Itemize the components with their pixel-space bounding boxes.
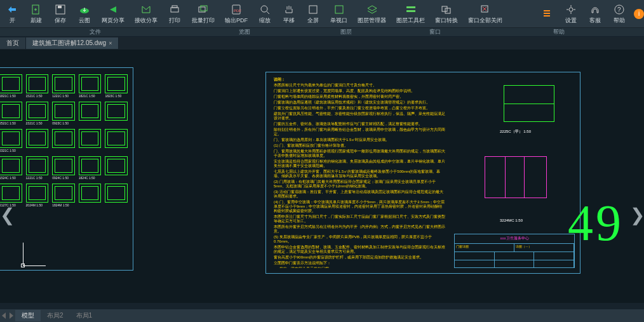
service-button[interactable]: 客服: [583, 0, 607, 27]
sheet-window-schedule: 1821C 1:501521C 1:501221C 1:501821C 1:50…: [0, 67, 133, 271]
note-line: (1) 门、窗玻璃面积应按门窗分格计算取值。: [274, 144, 445, 148]
receive-button[interactable]: 接收分享: [130, 0, 163, 27]
open-button[interactable]: 开: [0, 0, 24, 27]
detail-b-label: 3224MC 1:50: [500, 218, 523, 222]
next-arrow-icon[interactable]: ❯: [630, 202, 644, 227]
note-line: (2) 门用玻璃：有框玻璃门其最大许用面积应符合国家规定；玻璃门应采用安全玻璃且…: [274, 180, 445, 189]
detail-3224mc: 3224MC 1:50: [466, 150, 561, 218]
window-thumb: 1823C 1:50: [105, 74, 128, 98]
window-thumb: 1824M 1:50: [52, 184, 75, 207]
sheet-detail: 说明：本图所标注尺寸均为毫米为单位的门窗洞口尺寸及分格尺寸。门窗洞口上部通长设置…: [265, 72, 580, 274]
slide-number: 49: [568, 194, 624, 252]
note-line: 本图所标注尺寸均为毫米为单位的门窗洞口尺寸及分格尺寸。: [274, 83, 445, 88]
window-thumb: 1221C 1:50: [52, 74, 75, 98]
document-tabs: 首页 建筑施工图讲解12.05.dwg ×: [0, 37, 644, 50]
tab-prev-icon[interactable]: [2, 312, 6, 319]
title-project: xxx卫生服务中心: [455, 234, 574, 243]
new-button[interactable]: 新建: [24, 0, 48, 27]
note-line: 立面图中门窗表示方法说明如下：: [274, 261, 445, 265]
hand-icon: [283, 3, 295, 16]
pan-button[interactable]: 平移: [277, 0, 301, 27]
window-thumb: 2521C 1:50: [0, 102, 22, 125]
service-label: 客服: [589, 17, 601, 25]
save-button[interactable]: 保存: [48, 0, 72, 27]
tab-layout1[interactable]: 布局1: [70, 310, 99, 321]
batch-label: 批量打印: [192, 17, 215, 25]
svg-rect-12: [335, 6, 343, 13]
batch-icon: [197, 3, 210, 16]
note-line: (4) 门、窗用中空玻璃：中空玻璃其单片玻璃厚度不小于5mm，两片玻璃厚度差不大…: [274, 200, 445, 213]
window-thumb: [105, 129, 128, 152]
help-button[interactable]: ?帮助: [607, 0, 631, 27]
print-button[interactable]: 打印: [163, 0, 187, 27]
drawing-canvas[interactable]: 1821C 1:501521C 1:501221C 1:501821C 1:50…: [0, 50, 644, 304]
title-block: xxx卫生服务中心 门窗详图详图（一）: [454, 234, 575, 268]
group-图层: 图层: [299, 28, 394, 36]
note-line: 除特别注明者外，所有外门窗均采用断热铝合金型材，玻璃采用中空玻璃，颜色由甲方与设…: [274, 128, 445, 137]
cloud-icon: [78, 3, 91, 16]
tab-home[interactable]: 首页: [0, 37, 26, 49]
pdf-button[interactable]: PDF输出PDF: [220, 0, 253, 27]
tab-layout2[interactable]: 布局2: [41, 310, 70, 321]
help-label: 帮助: [614, 17, 625, 25]
note-line: 门、窗用玻璃其最大许用面积参照现行国家规范中一般部位用玻璃最大许用面积的规定，当…: [274, 149, 445, 158]
tab-model[interactable]: 模型: [15, 310, 41, 321]
note-line: 门、窗玻璃的选用原则：单块玻璃面积大于1.5㎡时应采用安全玻璃。: [274, 138, 445, 142]
viewport-button[interactable]: 单视口: [325, 0, 352, 27]
pan-label: 平移: [283, 17, 295, 25]
share-button[interactable]: 网页分享: [97, 0, 130, 27]
close-icon[interactable]: ×: [109, 40, 112, 46]
window-thumb: 2321C 1:50: [26, 102, 49, 125]
layertool-icon: [405, 3, 417, 16]
search-icon: [258, 3, 271, 16]
printer-icon: [168, 3, 181, 16]
note-line: 本图所有外窗开启方式除另有注明者外均为内平开（内开内倒）方式，内窗开启方式见各门…: [274, 225, 445, 234]
layout-tabs: 模型 布局2 布局1: [0, 309, 644, 322]
closeall-label: 窗口全部关闭: [468, 17, 502, 25]
zoom-button[interactable]: 缩放: [253, 0, 277, 27]
prev-arrow-icon[interactable]: ❮: [0, 202, 14, 227]
notes-heading: 说明：: [274, 77, 445, 82]
window-thumb: [26, 129, 49, 152]
winsw-button[interactable]: 窗口转换: [430, 0, 463, 27]
tab-home-label: 首页: [6, 39, 19, 48]
group-览图: 览图: [191, 28, 299, 36]
winsw-label: 窗口转换: [435, 17, 458, 25]
svg-rect-14: [406, 10, 415, 12]
svg-point-10: [261, 6, 267, 12]
full-label: 全屏: [307, 17, 319, 25]
help-icon: ?: [613, 3, 626, 16]
svg-point-18: [569, 8, 573, 11]
note-line: (3) 活动门窗扇玻璃：推拉窗、平开窗、上悬窗等活动扇玻璃及固定玻璃面积均应符合…: [274, 190, 445, 199]
note-line: 本图中铝合金窗选用的型材、玻璃、五金配件、密封材料及加工制作安装等均应符合国家现…: [274, 245, 445, 254]
note-line: 门窗立樘位置除另有注明者外，平开门窗及推拉门窗立樘居墙中布置，凸窗立樘外平齐布置…: [274, 106, 445, 111]
list-icon: [540, 7, 553, 20]
note-line: 建筑外门窗抗风压性能、气密性能、水密性能分级按国家现行标准执行，保温、隔声、采光…: [274, 112, 445, 121]
windows-icon: [440, 3, 453, 16]
cloud-button[interactable]: 云图: [72, 0, 97, 27]
title-sheet: 详图（一）: [514, 244, 574, 252]
new-label: 新建: [30, 17, 42, 25]
note-line: a、推拉：双向箭头表示推拉门窗。: [274, 267, 445, 268]
layertool-label: 图层工具栏: [396, 17, 425, 25]
main-toolbar: 开新建保存云图网页分享接收分享打印批量打印PDF输出PDF缩放平移全屏单视口图层…: [0, 0, 644, 28]
settings-button[interactable]: 设置: [559, 0, 583, 27]
window-thumb: [79, 184, 102, 207]
closeall-button[interactable]: 窗口全部关闭: [463, 0, 507, 27]
layertool-button[interactable]: 图层工具栏: [391, 0, 430, 27]
print-label: 打印: [169, 17, 180, 25]
info-badge[interactable]: i: [634, 9, 644, 19]
share-label: 网页分享: [102, 17, 124, 25]
full-icon: [307, 3, 319, 16]
window-thumb: [105, 184, 128, 207]
window-thumb: 2024M 1:50: [26, 184, 49, 207]
list-button[interactable]: [535, 0, 559, 27]
window-thumb: 1821C 1:50: [79, 74, 102, 98]
tab-active-file[interactable]: 建筑施工图讲解12.05.dwg ×: [26, 37, 119, 49]
full-button[interactable]: 全屏: [301, 0, 325, 27]
window-thumb: 1521C 1:50: [26, 74, 49, 98]
layermgr-button[interactable]: 图层管理器: [352, 0, 391, 27]
share-icon: [107, 3, 119, 16]
tab-next-icon[interactable]: [10, 312, 13, 319]
batch-button[interactable]: 批量打印: [187, 0, 220, 27]
